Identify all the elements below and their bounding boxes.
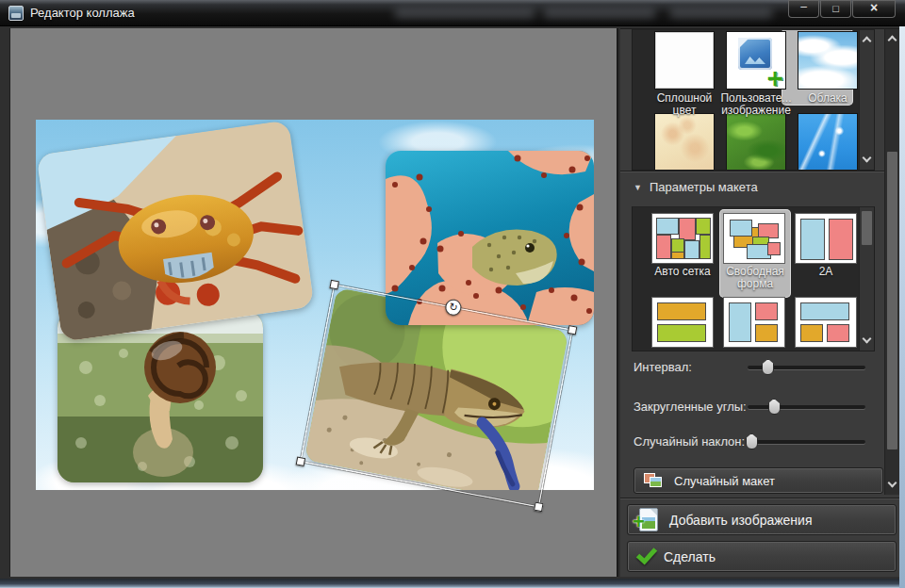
scroll-up-icon[interactable] [888,36,897,45]
resize-handle-top-left[interactable] [329,280,339,290]
background-label: Пользовате... изображение [716,92,796,117]
layouts-scrollbar[interactable] [859,207,874,351]
close-button[interactable]: × [852,0,896,18]
add-images-label: Добавить изображения [669,513,813,528]
scroll-down-icon[interactable] [863,335,872,344]
make-button[interactable]: Сделать [627,541,897,572]
random-layout-icon [644,473,663,488]
layout-section-title: Параметры макета [650,180,758,194]
layout-thumb-top-wide[interactable] [795,297,857,348]
resize-handle-top-right[interactable] [568,325,578,335]
background-label: Облака [792,92,864,105]
layout-thumb-auto-grid[interactable] [651,213,714,264]
titlebar[interactable]: Редактор коллажа – □ × [0,0,905,26]
collapse-arrow-icon: ▼ [634,183,642,192]
maximize-button[interactable]: □ [820,0,851,18]
window-title: Редактор коллажа [30,0,135,26]
custom-image-plus-icon: + [766,64,783,92]
random-layout-label: Случайный макет [674,474,775,488]
resize-handle-bottom-right[interactable] [534,502,544,513]
interval-label: Интервал: [634,360,692,374]
random-tilt-slider-thumb[interactable] [746,433,758,449]
divider [620,171,899,172]
rounded-corners-slider[interactable] [748,405,865,409]
random-tilt-label: Случайный наклон: [634,434,745,449]
moray-eel-image [386,151,594,325]
background-thumb-solid-color[interactable] [654,31,715,90]
resize-handle-bottom-left[interactable] [296,456,306,466]
scroll-down-icon[interactable] [888,479,897,488]
random-tilt-slider[interactable] [748,440,865,444]
layout-thumb-two-rows[interactable] [651,297,714,348]
background-thumb-custom-image[interactable]: + [726,31,786,90]
layout-thumb-left-tall[interactable] [723,297,785,348]
layout-thumb-free-form[interactable] [723,213,785,264]
interval-slider[interactable] [748,366,865,369]
minimize-button[interactable]: – [788,0,819,18]
background-thumb-clouds[interactable] [798,31,858,90]
photo-moray-eel[interactable] [386,151,594,325]
collage-editor-window: Редактор коллажа – □ × [0,0,905,588]
layouts-list[interactable]: Авто сетка Свободная форма 2A [632,206,875,351]
layout-label: 2A [791,266,861,278]
panel-scrollbar-thumb[interactable] [887,152,897,449]
add-images-icon: + [635,508,658,532]
photo-crab[interactable] [36,120,314,342]
window-edge [899,26,905,588]
background-thumb-leaves[interactable] [726,113,786,171]
layout-label: Авто сетка [648,266,717,278]
rounded-corners-slider-thumb[interactable] [768,399,781,415]
interval-slider-thumb[interactable] [762,359,774,375]
right-panel: + Сплошной цвет Пользовате... изображени… [620,28,899,577]
canvas-workarea[interactable]: ↻ [9,28,618,577]
random-layout-button[interactable]: Случайный макет [634,467,883,494]
layout-thumb-2a[interactable] [795,213,857,264]
divider [620,498,899,499]
background-thumb-floral[interactable] [654,113,715,171]
panel-scrollbar[interactable] [884,29,899,495]
checkmark-icon [636,543,657,564]
window-edge [0,579,899,588]
scroll-up-icon[interactable] [863,37,872,46]
scrollbar-thumb[interactable] [862,211,872,245]
background-label: Сплошной цвет [649,92,720,117]
add-images-button[interactable]: + Добавить изображения [627,504,897,535]
make-label: Сделать [664,549,716,564]
layout-label: Свободная форма [719,266,791,290]
background-thumb-water[interactable] [798,113,858,171]
crab-image [36,120,314,342]
titlebar-blurred-text [394,6,785,21]
layout-section-header[interactable]: ▼Параметры макета [634,180,758,197]
scroll-down-icon[interactable] [863,154,872,163]
backgrounds-list[interactable]: + Сплошной цвет Пользовате... изображени… [632,29,875,171]
app-icon [8,6,24,21]
rounded-corners-label: Закругленные углы: [634,400,747,414]
